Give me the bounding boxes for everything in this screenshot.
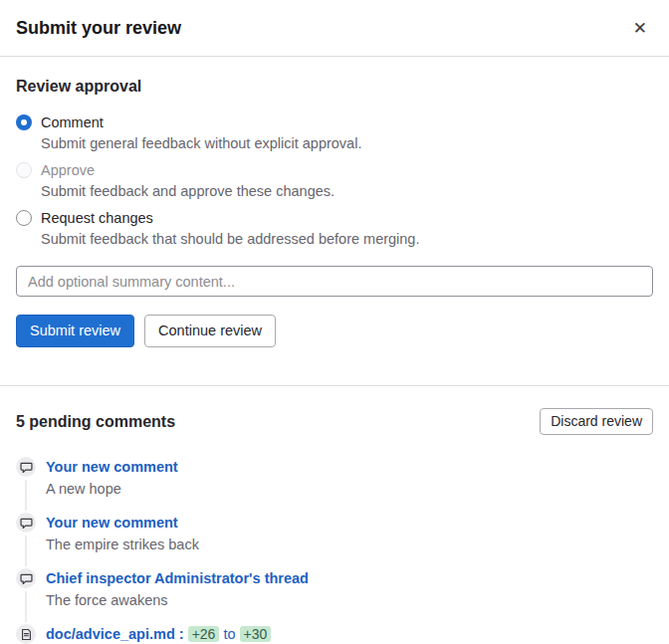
pending-comment-subtitle: The force awakens	[46, 590, 653, 610]
pending-comment-subtitle: The empire strikes back	[46, 535, 653, 554]
diff-range-joiner: to	[223, 626, 235, 642]
continue-review-button[interactable]: Continue review	[144, 315, 276, 347]
radio-option-comment: Comment Submit general feedback without …	[16, 112, 653, 153]
submit-review-button[interactable]: Submit review	[16, 315, 134, 347]
radio-approve-label: Approve	[41, 160, 95, 180]
diff-line-to-badge: +30	[240, 626, 272, 642]
close-icon[interactable]: ✕	[627, 18, 653, 39]
pending-comment-item: Your new comment A new hope	[16, 457, 653, 499]
review-approval-heading: Review approval	[16, 77, 653, 97]
radio-comment[interactable]: Comment	[16, 112, 653, 132]
drawer-header: Submit your review ✕	[0, 0, 669, 57]
radio-option-request-changes: Request changes Submit feedback that sho…	[16, 208, 653, 249]
submit-review-drawer: Submit your review ✕ Review approval Com…	[0, 0, 669, 644]
pending-comment-link[interactable]: Your new comment	[46, 515, 178, 531]
action-buttons: Submit review Continue review	[16, 315, 653, 347]
radio-approve: Approve	[16, 160, 653, 180]
review-approval-section: Review approval Comment Submit general f…	[0, 57, 669, 363]
radio-unchecked-icon[interactable]	[16, 210, 32, 226]
pending-comments-header: 5 pending comments Discard review	[16, 408, 653, 435]
pending-comment-item: Your new comment The empire strikes back	[16, 513, 653, 554]
pending-comments-heading: 5 pending comments	[16, 412, 175, 432]
pending-file-link[interactable]: doc/advice_api.md :	[46, 626, 184, 642]
comment-icon	[16, 513, 36, 533]
pending-thread-link[interactable]: Chief inspector Administrator's thread	[46, 570, 309, 586]
radio-request-changes-description: Submit feedback that should be addressed…	[41, 229, 653, 249]
summary-input[interactable]	[16, 266, 653, 297]
pending-comments-list: Your new comment A new hope Your new com…	[16, 457, 653, 644]
radio-option-approve: Approve Submit feedback and approve thes…	[16, 160, 653, 201]
diff-line-from-badge: +26	[188, 626, 220, 642]
radio-disabled-icon	[16, 162, 32, 178]
pending-comment-item: Chief inspector Administrator's thread T…	[16, 568, 653, 610]
drawer-title: Submit your review	[16, 16, 181, 40]
radio-comment-description: Submit general feedback without explicit…	[41, 133, 653, 153]
file-icon	[16, 624, 36, 644]
radio-comment-label: Comment	[41, 112, 104, 132]
pending-comment-link[interactable]: Your new comment	[46, 459, 178, 475]
radio-selected-icon[interactable]	[16, 114, 32, 130]
pending-file-comment-item: doc/advice_api.md : +26 to +30 The last …	[16, 624, 653, 644]
pending-comment-subtitle: A new hope	[46, 479, 653, 499]
comment-icon	[16, 568, 36, 588]
pending-comments-section: 5 pending comments Discard review Your n…	[0, 385, 669, 644]
discard-review-button[interactable]: Discard review	[540, 408, 653, 435]
radio-request-changes-label: Request changes	[41, 208, 153, 228]
radio-approve-description: Submit feedback and approve these change…	[41, 181, 653, 201]
comment-icon	[16, 457, 36, 477]
radio-request-changes[interactable]: Request changes	[16, 208, 653, 228]
